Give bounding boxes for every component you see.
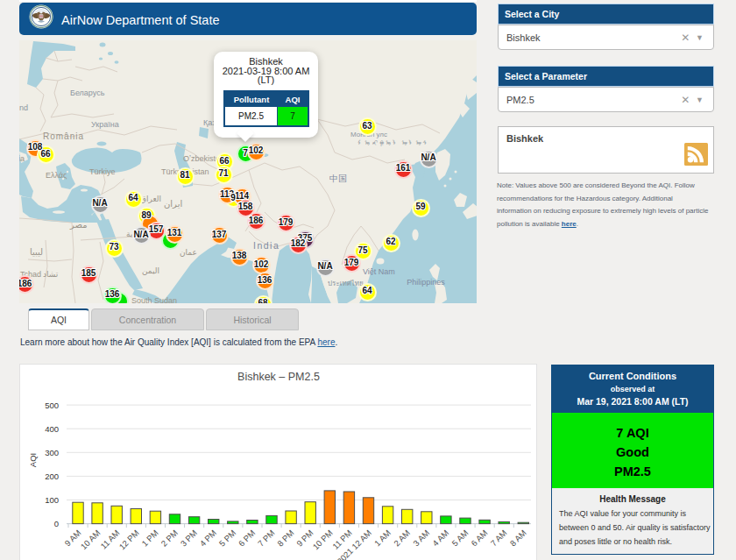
svg-text:Türkiye: Türkiye — [89, 167, 116, 176]
svg-text:South Sudan: South Sudan — [131, 296, 177, 303]
svg-text:Ελλάς: Ελλάς — [46, 171, 67, 180]
svg-text:Việt Nam: Việt Nam — [363, 267, 395, 276]
svg-text:Беларусь: Беларусь — [70, 89, 105, 97]
svg-text:Philippines: Philippines — [407, 278, 445, 287]
svg-text:اليمن: اليمن — [142, 266, 159, 275]
svg-text:تشاد: تشاد — [43, 270, 59, 279]
svg-text:Україна: Україна — [91, 120, 119, 129]
svg-text:România: România — [43, 131, 84, 141]
svg-text:nd: nd — [19, 103, 28, 112]
svg-text:India: India — [253, 240, 280, 251]
svg-text:عمان: عمان — [180, 248, 197, 257]
svg-text:ᠮᠣᠩᠭᠣᠯ ᠤᠯᠤᠰ: ᠮᠣᠩᠭᠣᠯ ᠤᠯᠤᠰ — [357, 139, 429, 147]
svg-text:中国: 中国 — [329, 174, 347, 183]
svg-text:مصر: مصر — [69, 220, 88, 230]
svg-text:ليبيا: ليبيا — [30, 247, 43, 257]
svg-text:lia: lia — [19, 154, 25, 163]
svg-text:ايران: ايران — [164, 199, 182, 209]
